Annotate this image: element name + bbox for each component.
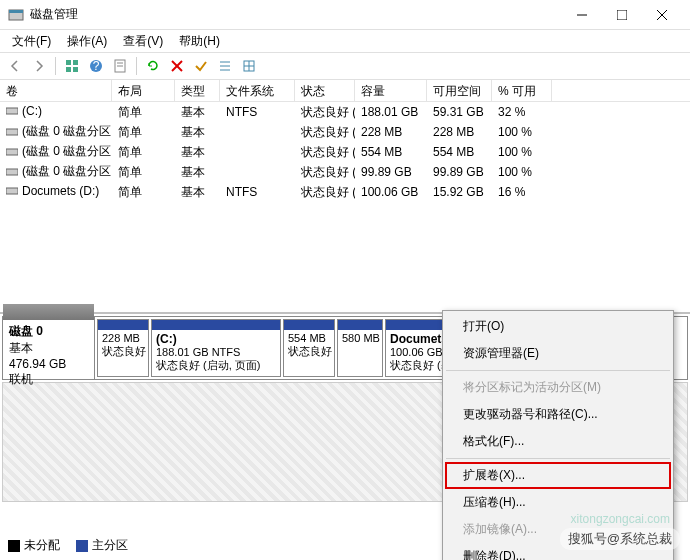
table-row[interactable]: (C:)简单基本NTFS状态良好 (...188.01 GB59.31 GB32… (0, 102, 690, 122)
minimize-button[interactable] (562, 1, 602, 29)
partition[interactable]: 554 MB状态良好 (283, 319, 335, 377)
list-icon[interactable] (214, 55, 236, 77)
forward-button[interactable] (28, 55, 50, 77)
app-icon (8, 7, 24, 23)
header-capacity[interactable]: 容量 (355, 80, 427, 101)
watermark-url: xitongzongcai.com (571, 512, 670, 526)
header-volume[interactable]: 卷 (0, 80, 112, 101)
menu-file[interactable]: 文件(F) (6, 31, 57, 52)
menu-active: 将分区标记为活动分区(M) (445, 374, 671, 401)
back-button[interactable] (4, 55, 26, 77)
table-row[interactable]: Documets (D:)简单基本NTFS状态良好 (...100.06 GB1… (0, 182, 690, 202)
close-button[interactable] (642, 1, 682, 29)
header-type[interactable]: 类型 (175, 80, 220, 101)
check-icon[interactable] (190, 55, 212, 77)
svg-rect-8 (66, 67, 71, 72)
header-fs[interactable]: 文件系统 (220, 80, 295, 101)
disk-status: 联机 (9, 371, 88, 388)
menu-open[interactable]: 打开(O) (445, 313, 671, 340)
svg-rect-3 (617, 10, 627, 20)
disk-label: 磁盘 0 (9, 323, 88, 340)
menu-explorer[interactable]: 资源管理器(E) (445, 340, 671, 367)
svg-rect-23 (6, 108, 18, 114)
table-row[interactable]: (磁盘 0 磁盘分区 6)简单基本状态良好 (...99.89 GB99.89 … (0, 162, 690, 182)
window-title: 磁盘管理 (30, 6, 562, 23)
partition[interactable]: 228 MB状态良好 (97, 319, 149, 377)
svg-rect-25 (6, 149, 18, 155)
menu-help[interactable]: 帮助(H) (173, 31, 226, 52)
legend-unalloc: 未分配 (8, 537, 60, 554)
refresh-icon[interactable] (142, 55, 164, 77)
table-row[interactable]: (磁盘 0 磁盘分区 3)简单基本状态良好 (...554 MB554 MB10… (0, 142, 690, 162)
header-pct[interactable]: % 可用 (492, 80, 552, 101)
properties-icon[interactable] (109, 55, 131, 77)
disk-header (3, 304, 94, 320)
menu-action[interactable]: 操作(A) (61, 31, 113, 52)
svg-rect-9 (73, 67, 78, 72)
menu-letter[interactable]: 更改驱动器号和路径(C)... (445, 401, 671, 428)
svg-rect-27 (6, 188, 18, 194)
help-icon[interactable]: ? (85, 55, 107, 77)
table-row[interactable]: (磁盘 0 磁盘分区 1)简单基本状态良好 (...228 MB228 MB10… (0, 122, 690, 142)
header-layout[interactable]: 布局 (112, 80, 175, 101)
header-free[interactable]: 可用空间 (427, 80, 492, 101)
disk-type: 基本 (9, 340, 88, 357)
grid-icon[interactable] (238, 55, 260, 77)
svg-rect-1 (9, 10, 23, 13)
menu-format[interactable]: 格式化(F)... (445, 428, 671, 455)
delete-icon[interactable] (166, 55, 188, 77)
legend-primary: 主分区 (76, 537, 128, 554)
menu-view[interactable]: 查看(V) (117, 31, 169, 52)
header-status[interactable]: 状态 (295, 80, 355, 101)
svg-rect-6 (66, 60, 71, 65)
svg-text:?: ? (93, 59, 100, 73)
partition[interactable]: (C:)188.01 GB NTFS状态良好 (启动, 页面) (151, 319, 281, 377)
svg-rect-7 (73, 60, 78, 65)
svg-rect-26 (6, 169, 18, 175)
partition[interactable]: 580 MB (337, 319, 383, 377)
disk-size: 476.94 GB (9, 357, 88, 371)
view-icon[interactable] (61, 55, 83, 77)
svg-rect-24 (6, 129, 18, 135)
maximize-button[interactable] (602, 1, 642, 29)
watermark: 搜狐号@系统总裁 (560, 528, 680, 550)
menu-extend[interactable]: 扩展卷(X)... (445, 462, 671, 489)
